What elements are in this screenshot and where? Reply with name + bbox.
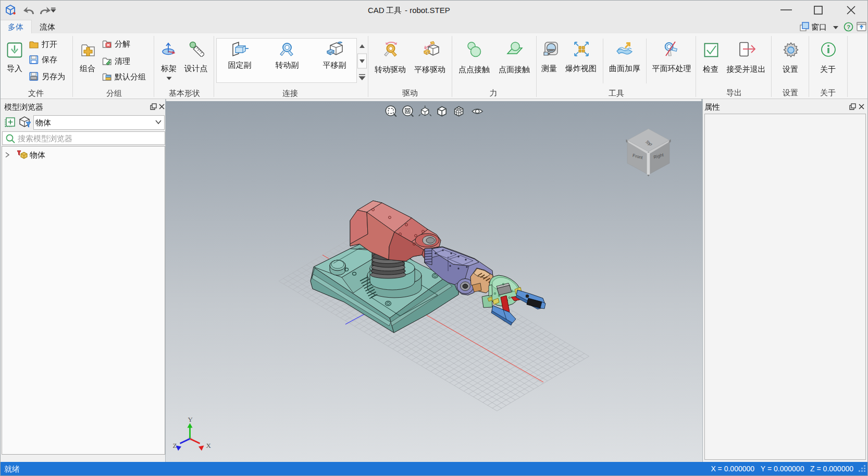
svg-text:Z: Z (173, 442, 177, 449)
svg-text:X: X (206, 442, 212, 449)
svg-text:?: ? (847, 24, 850, 30)
svg-text:Y: Y (188, 416, 193, 423)
